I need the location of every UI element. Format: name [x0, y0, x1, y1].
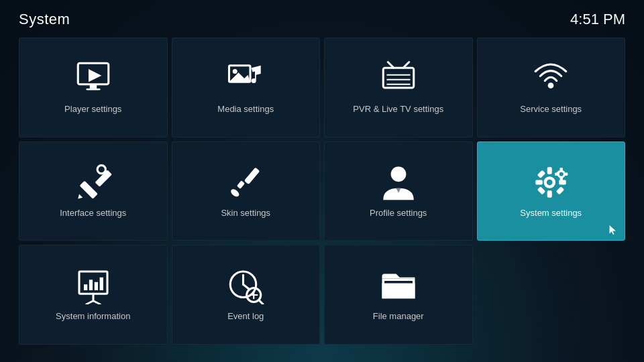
skin-settings-label: Skin settings [215, 208, 276, 219]
svg-point-13 [548, 82, 554, 88]
media-settings-label: Media settings [212, 104, 279, 115]
tile-profile-settings[interactable]: Profile settings [324, 141, 473, 241]
tile-event-log[interactable]: Event log [172, 245, 321, 345]
svg-rect-37 [555, 172, 559, 175]
tile-skin-settings[interactable]: Skin settings [172, 141, 321, 241]
media-icon [227, 60, 264, 97]
svg-rect-25 [547, 167, 552, 174]
page-title: System [19, 11, 70, 28]
svg-line-49 [244, 284, 250, 289]
svg-rect-36 [560, 176, 563, 180]
svg-point-21 [390, 166, 406, 182]
pvr-icon [380, 60, 417, 97]
svg-rect-38 [564, 172, 568, 175]
svg-line-40 [86, 301, 93, 304]
svg-rect-14 [79, 180, 97, 198]
system-settings-icon [532, 164, 570, 201]
service-icon [532, 60, 570, 97]
svg-rect-44 [89, 280, 93, 290]
clock: 4:51 PM [570, 11, 625, 28]
svg-marker-15 [78, 194, 83, 198]
settings-grid: Player settings Media settings [0, 34, 644, 355]
svg-rect-29 [537, 170, 545, 178]
svg-rect-28 [559, 180, 567, 184]
tile-service-settings[interactable]: Service settings [477, 38, 626, 137]
empty-cell [477, 245, 626, 345]
system-settings-label: System settings [515, 208, 587, 219]
pvr-settings-label: PVR & Live TV settings [347, 104, 449, 115]
header: System 4:51 PM [0, 0, 644, 34]
tile-player-settings[interactable]: Player settings [19, 38, 168, 137]
svg-rect-18 [244, 167, 260, 184]
svg-rect-2 [86, 88, 100, 90]
svg-line-51 [259, 300, 263, 304]
tile-file-manager[interactable]: File manager [324, 245, 473, 345]
svg-rect-45 [95, 282, 98, 290]
tile-interface-settings[interactable]: Interface settings [19, 141, 168, 241]
svg-point-5 [233, 69, 237, 74]
profile-icon [380, 164, 417, 201]
player-settings-label: Player settings [59, 104, 127, 115]
svg-point-17 [97, 165, 105, 173]
svg-rect-26 [547, 190, 552, 198]
tile-media-settings[interactable]: Media settings [172, 38, 321, 137]
svg-point-24 [547, 179, 553, 185]
svg-rect-27 [536, 180, 543, 184]
tile-system-settings[interactable]: System settings [477, 141, 626, 241]
svg-rect-46 [99, 278, 103, 290]
skin-icon [227, 164, 264, 201]
svg-rect-43 [84, 284, 87, 290]
svg-line-41 [93, 301, 101, 304]
filemanager-icon [380, 267, 417, 304]
svg-marker-3 [89, 69, 101, 82]
player-icon [74, 60, 112, 97]
interface-settings-label: Interface settings [54, 208, 131, 219]
file-manager-label: File manager [368, 311, 429, 322]
service-settings-label: Service settings [515, 104, 587, 115]
sysinfo-icon [74, 267, 112, 304]
system-information-label: System information [50, 311, 136, 322]
svg-rect-30 [556, 186, 564, 194]
svg-rect-20 [237, 180, 245, 189]
interface-icon [74, 164, 112, 201]
tile-pvr-settings[interactable]: PVR & Live TV settings [324, 38, 473, 137]
svg-point-19 [229, 187, 240, 198]
tile-system-information[interactable]: System information [19, 245, 168, 345]
svg-rect-35 [560, 168, 563, 172]
svg-rect-31 [537, 186, 545, 194]
svg-marker-6 [229, 72, 251, 82]
svg-rect-1 [90, 84, 97, 88]
profile-settings-label: Profile settings [364, 208, 432, 219]
svg-point-34 [559, 172, 564, 176]
cursor-indicator [608, 225, 618, 235]
event-log-label: Event log [222, 311, 269, 322]
eventlog-icon [227, 267, 264, 304]
